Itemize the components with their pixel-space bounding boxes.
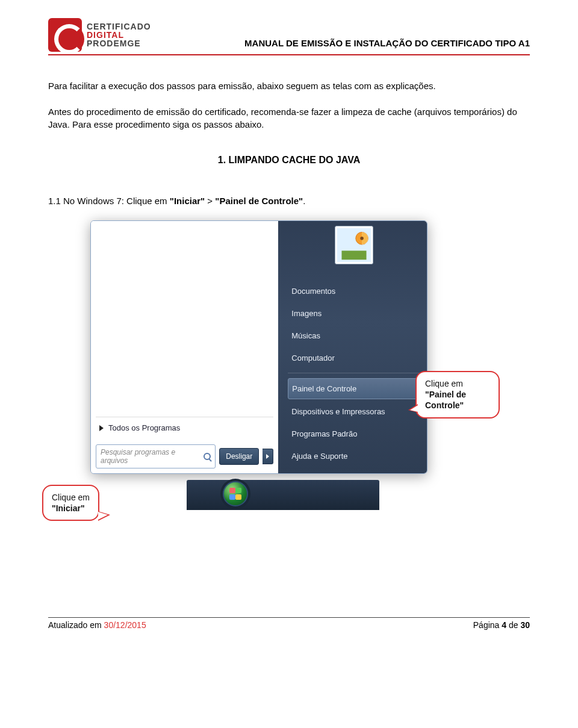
logo-text: CERTIFICADO DIGITAL PRODEMGE (87, 22, 151, 48)
paragraph-intro-2: Antes do procedimento de emissão do cert… (48, 105, 530, 131)
paragraph-intro-1: Para facilitar a execução dos passos par… (48, 79, 530, 92)
logo: CERTIFICADO DIGITAL PRODEMGE (48, 18, 151, 52)
shutdown-label: Desligar (226, 452, 252, 461)
step-mid: > (205, 196, 215, 206)
step-prefix: 1.1 No Windows 7: Clique em (48, 196, 170, 206)
sidebar-item-dispositivos[interactable]: Dispositivos e Impressoras (288, 402, 420, 422)
callout-text: Clique em (425, 379, 463, 388)
sidebar-item-imagens[interactable]: Imagens (288, 303, 420, 323)
callout-target: "Painel de Controle" (425, 390, 466, 410)
callout-text: Clique em (52, 493, 90, 502)
page-footer: Atualizado em 30/12/2015 Página 4 de 30 (48, 617, 530, 630)
search-icon (204, 453, 211, 460)
header-divider (48, 54, 530, 55)
footer-page-of: de (506, 620, 520, 630)
footer-page-total: 30 (520, 620, 530, 630)
start-menu: Todos os Programas Pesquisar programas e… (90, 220, 427, 474)
svg-rect-4 (341, 250, 366, 260)
start-menu-left-pane: Todos os Programas Pesquisar programas e… (91, 221, 278, 473)
sidebar-item-musicas[interactable]: Músicas (288, 326, 420, 346)
sidebar-item-computador[interactable]: Computador (288, 348, 420, 368)
callout-painel-de-controle: Clique em "Painel de Controle" (415, 371, 500, 418)
footer-updated-date: 30/12/2015 (104, 620, 146, 630)
footer-page-num: 4 (502, 620, 506, 630)
document-header: CERTIFICADO DIGITAL PRODEMGE MANUAL DE E… (48, 18, 530, 52)
logo-line3: PRODEMGE (87, 39, 151, 48)
search-row: Pesquisar programas e arquivos Desligar (96, 444, 273, 468)
footer-updated: Atualizado em 30/12/2015 (48, 620, 146, 630)
footer-updated-label: Atualizado em (48, 620, 104, 630)
sidebar-item-programas-padrao[interactable]: Programas Padrão (288, 424, 420, 444)
user-avatar[interactable] (335, 226, 373, 264)
svg-point-3 (360, 237, 364, 240)
shutdown-button[interactable]: Desligar (219, 448, 259, 465)
separator (288, 373, 420, 373)
step-suffix: . (303, 196, 305, 206)
doc-title-prefix: MANUAL DE EMISSÃO E INSTALAÇÃO DO CERTIF… (244, 38, 495, 48)
callout-target: "Iniciar" (52, 503, 85, 513)
search-input[interactable]: Pesquisar programas e arquivos (96, 444, 216, 468)
screenshot-start-menu: Todos os Programas Pesquisar programas e… (90, 220, 427, 474)
sidebar-item-painel-de-controle[interactable]: Painel de Controle (288, 378, 420, 399)
doc-title-suffix: TIPO A1 (495, 38, 530, 48)
search-placeholder: Pesquisar programas e arquivos (101, 448, 204, 465)
logo-mark-icon (48, 18, 82, 52)
sidebar-item-documentos[interactable]: Documentos (288, 281, 420, 301)
footer-page: Página 4 de 30 (473, 620, 530, 630)
footer-page-label: Página (473, 620, 502, 630)
callout-iniciar: Clique em "Iniciar" (42, 485, 99, 521)
section-heading: 1. LIMPANDO CACHE DO JAVA (48, 155, 530, 166)
callout-iniciar-wrap: Clique em "Iniciar" (42, 485, 530, 521)
sidebar-item-ajuda[interactable]: Ajuda e Suporte (288, 446, 420, 466)
chevron-right-icon (99, 425, 104, 431)
document-title: MANUAL DE EMISSÃO E INSTALAÇÃO DO CERTIF… (162, 38, 530, 52)
step-1-1: 1.1 No Windows 7: Clique em "Iniciar" > … (48, 196, 530, 206)
logo-line1: CERTIFICADO (87, 22, 151, 31)
chevron-right-icon (266, 454, 269, 459)
step-bold-painel: "Painel de Controle" (215, 196, 303, 206)
shutdown-menu-button[interactable] (263, 449, 273, 464)
all-programs-label: Todos os Programas (108, 423, 180, 432)
all-programs-item[interactable]: Todos os Programas (96, 417, 273, 438)
start-menu-right-pane: Documentos Imagens Músicas Computador Pa… (278, 221, 427, 473)
logo-line2: DIGITAL (87, 31, 151, 39)
step-bold-iniciar: "Iniciar" (170, 196, 205, 206)
